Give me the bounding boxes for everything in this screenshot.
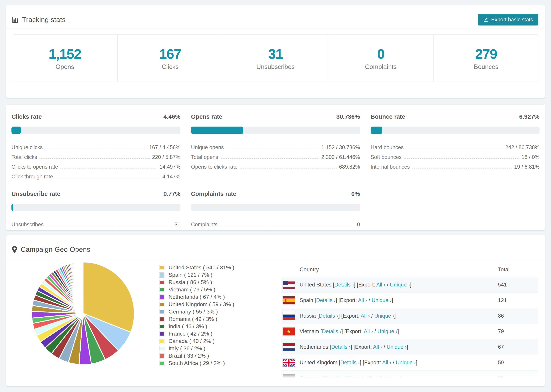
legend-item-france[interactable]: France ( 42 / 2% ) [159,331,234,336]
legend-item-romania[interactable]: Romania ( 49 / 3% ) [159,316,234,322]
legend-item-united-kingdom[interactable]: United Kingdom ( 59 / 3% ) [159,301,234,307]
bar-chart-icon [11,16,19,24]
rate-detail-row: Click through rate4.147% [11,170,180,180]
legend-item-germany[interactable]: Germany ( 55 / 3% ) [159,309,234,315]
export-prefix: [Export: [347,375,366,381]
stat-value: 0 [377,46,384,62]
country-cell: United States [Details ›] [Export: All ›… [281,281,498,289]
rate-detail-value: 689.82% [339,164,360,170]
details-link[interactable]: Details › [334,282,354,288]
slash: / [375,375,380,381]
bracket: ] [410,282,411,288]
bracket: ] [338,313,341,319]
total-cell: 59 [498,359,538,366]
slash: / [391,359,396,365]
rate-progress-bar [11,126,180,134]
bracket: ] [416,359,417,365]
details-link[interactable]: Details › [340,359,360,365]
legend-swatch [159,309,164,314]
export-all-link[interactable]: All › [373,344,382,350]
geo-table-header: Country Total [281,262,538,277]
legend-swatch [159,339,164,344]
country-cell: Vietnam [Details ›] [Export: All › / Uni… [281,327,498,336]
details-link[interactable]: Details › [325,375,344,381]
export-all-link[interactable]: All › [366,375,375,381]
legend-item-brazil[interactable]: Brazil ( 33 / 2% ) [159,353,234,359]
pie-slice[interactable] [83,262,83,313]
vn-flag-icon [283,327,295,336]
bracket: ] [336,297,339,303]
country-name: Germany [300,375,321,381]
rate-value: 4.46% [163,113,180,120]
geo-title: Campaign Geo Opens [21,245,90,253]
legend-label: South Africa ( 29 / 2% ) [169,360,225,366]
legend-swatch [159,265,164,270]
stat-value: 31 [268,46,283,62]
export-prefix: [Export: [339,297,358,303]
stat-value: 167 [159,46,181,62]
stat-label: Opens [56,63,74,70]
legend-item-india[interactable]: India ( 46 / 3% ) [159,324,234,329]
dotted-leader [240,168,337,168]
slash: / [382,344,387,350]
rate-block-unsubscribe-rate: Unsubscribe rate0.77%Unsubscribes31 [11,190,180,228]
dotted-leader [45,149,147,149]
stat-cell-opens: 1,152Opens [12,35,117,82]
geo-table-row-vn: Vietnam [Details ›] [Export: All › / Uni… [281,324,538,339]
total-cell: 55 [498,375,538,381]
geo-pie-chart[interactable] [30,260,136,366]
export-unique-link[interactable]: Unique › [390,282,410,288]
page-title: Tracking stats [22,16,65,24]
rate-detail-row: Clicks to opens rate14.497% [11,160,180,170]
export-unique-link[interactable]: Unique › [387,344,407,350]
export-all-link[interactable]: All › [361,313,370,319]
details-link[interactable]: Details › [319,313,338,319]
dotted-leader [60,168,157,168]
bracket: ] [407,344,408,350]
rate-title: Clicks rate [11,113,42,120]
dotted-leader [221,158,319,159]
export-unique-link[interactable]: Unique › [380,375,400,381]
export-basic-stats-button[interactable]: Export basic stats [478,14,538,26]
bracket: [ [332,282,334,288]
legend-item-south-africa[interactable]: South Africa ( 29 / 2% ) [159,360,234,366]
rate-detail-row: Unsubscribes31 [11,218,180,228]
export-unique-link[interactable]: Unique › [396,359,416,365]
rate-detail-value: 14.497% [160,164,180,170]
legend-swatch [159,331,164,336]
legend-item-canada[interactable]: Canada ( 40 / 2% ) [159,338,234,344]
legend-item-vietnam[interactable]: Vietnam ( 79 / 5% ) [159,287,234,293]
rate-detail-value: 220 / 5.87% [152,154,180,160]
es-flag-icon [283,296,295,304]
dotted-leader [406,149,503,149]
details-link[interactable]: Details › [322,328,341,334]
stat-label: Unsubscribes [256,63,295,70]
campaign-geo-opens-card: Campaign Geo Opens United States ( 541 /… [6,235,545,386]
dotted-leader [46,226,172,226]
rate-title: Complaints rate [191,190,236,197]
export-all-link[interactable]: All › [376,282,385,288]
legend-item-spain[interactable]: Spain ( 121 / 7% ) [159,272,234,278]
total-cell: 121 [498,297,538,303]
legend-item-russia[interactable]: Russia ( 86 / 5% ) [159,280,234,285]
details-link[interactable]: Details › [331,344,351,350]
details-link[interactable]: Details › [316,297,336,303]
geo-table-row-us: United States [Details ›] [Export: All ›… [281,277,538,293]
rate-detail-label: Hard bounces [371,144,404,151]
legend-label: Romania ( 49 / 3% ) [169,316,217,322]
export-unique-link[interactable]: Unique › [377,328,397,334]
country-cell: Germany [Details ›] [Export: All › / Uni… [281,374,498,382]
page: { "colors": { "accent": "#1193ab", "butt… [0,0,551,392]
export-unique-link[interactable]: Unique › [372,297,391,303]
dotted-leader [226,149,319,149]
export-all-link[interactable]: All › [382,359,391,365]
legend-item-italy[interactable]: Italy ( 36 / 2% ) [159,346,234,351]
export-all-link[interactable]: All › [358,297,367,303]
legend-item-united-states[interactable]: United States ( 541 / 31% ) [159,265,234,270]
legend-item-netherlands[interactable]: Netherlands ( 67 / 4% ) [159,294,234,300]
bracket: ] [354,282,357,288]
ru-flag-icon [283,312,295,320]
export-unique-link[interactable]: Unique › [374,313,394,319]
export-all-link[interactable]: All › [364,328,373,334]
legend-label: United States ( 541 / 31% ) [169,264,234,271]
